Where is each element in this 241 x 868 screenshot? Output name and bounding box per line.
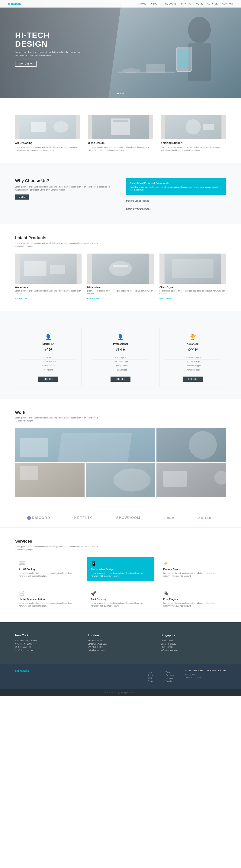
footer-col-title: Subscribe To Our Newsletter bbox=[185, 670, 226, 672]
product-img bbox=[159, 253, 226, 284]
footer-link[interactable]: Privacy Policy bbox=[185, 674, 226, 676]
footer: allonepage HomeAboutWorkContact TwitterF… bbox=[0, 664, 241, 689]
feature-img-art-of-coding bbox=[15, 115, 80, 139]
product-read-more[interactable]: READ MORE → bbox=[87, 298, 102, 300]
contact-city-name: New York bbox=[15, 634, 80, 637]
work-item-2[interactable] bbox=[15, 463, 84, 497]
why-left: Why Choose Us? Lorem ipsum dolor sit ame… bbox=[15, 178, 115, 213]
footer-col-0: HomeAboutWorkContact bbox=[148, 670, 154, 683]
feature-card-art-of-coding: Art Of CodingLorem ipsum dolor sit amet … bbox=[15, 115, 80, 152]
footer-link[interactable]: Work bbox=[148, 677, 154, 679]
hero-section: HI-TECH DESIGN Lorem ipsum dolor amet co… bbox=[0, 0, 241, 98]
work-item-4[interactable] bbox=[157, 463, 226, 497]
pricing-features: 5 Projects10 GB StorageBasic SupportNo A… bbox=[20, 355, 77, 372]
service-desc: Lorem ipsum dolor sit amet consectetur a… bbox=[163, 572, 222, 578]
footer-link[interactable]: Instagram bbox=[165, 677, 174, 679]
service-card-2[interactable]: ⚡ Feature Reach Lorem ipsum dolor sit am… bbox=[159, 557, 226, 581]
footer-cols: HomeAboutWorkContact TwitterFacebookInst… bbox=[148, 670, 226, 683]
contact-city-2: Singapore 1 Raffles PlaceSingapore 04861… bbox=[161, 634, 226, 652]
logo-discord: DISCORD bbox=[27, 516, 50, 520]
pricing-choose-button[interactable]: CHOOSE bbox=[183, 376, 203, 382]
hero-dot-3[interactable] bbox=[123, 93, 124, 94]
pricing-choose-button[interactable]: CHOOSE bbox=[38, 376, 58, 382]
contact-city-name: Singapore bbox=[161, 634, 226, 637]
service-card-3[interactable]: 📄 Useful Documentation Lorem ipsum dolor… bbox=[15, 587, 82, 611]
footer-bottom: © 2024 allonepage. All rights reserved. bbox=[0, 689, 241, 696]
pricing-price: $149 bbox=[92, 346, 149, 352]
service-icon: 🔌 bbox=[163, 591, 222, 596]
logo-netflix: NETFLIX bbox=[74, 516, 92, 520]
footer-link[interactable]: Terms & Conditions bbox=[185, 677, 226, 679]
product-card-1: Minimalism Lorem ipsum dolor sit amet co… bbox=[87, 253, 154, 300]
work-item-0[interactable] bbox=[15, 428, 155, 462]
logos-row: DISCORDNETFLIXSHOWROOMhoop⌂airbnb bbox=[15, 516, 226, 520]
hero-cta-button[interactable]: MORE INFO bbox=[15, 61, 36, 67]
service-name: Feature Reach bbox=[163, 568, 222, 571]
products-header: Latest Products Lorem ipsum dolor sit am… bbox=[15, 236, 226, 248]
hero-dots bbox=[117, 93, 124, 94]
svg-rect-24 bbox=[172, 259, 213, 278]
pricing-feature: 50 GB Storage bbox=[92, 360, 149, 364]
service-card-5[interactable]: 🔌 Free Plugins Lorem ipsum dolor sit ame… bbox=[159, 587, 226, 611]
hero-image bbox=[108, 0, 241, 98]
svg-point-6 bbox=[122, 68, 141, 73]
features-section: Art Of CodingLorem ipsum dolor sit amet … bbox=[0, 98, 241, 163]
service-icon: 📱 bbox=[91, 561, 150, 566]
nav-link-products[interactable]: Products bbox=[164, 3, 177, 5]
nav-link-about[interactable]: About bbox=[151, 3, 159, 5]
contact-item: uk@allonepage.com bbox=[88, 649, 153, 651]
svg-rect-16 bbox=[203, 124, 214, 130]
pricing-price: $249 bbox=[164, 346, 221, 352]
hero-dot-1[interactable] bbox=[117, 93, 118, 94]
nav-link-home[interactable]: Home bbox=[139, 3, 146, 5]
pricing-feature: 200 GB Storage bbox=[164, 360, 221, 364]
service-desc: Lorem ipsum dolor sit amet consectetur a… bbox=[91, 572, 150, 578]
pricing-feature: Advanced Tools bbox=[164, 368, 221, 372]
svg-rect-31 bbox=[20, 466, 38, 480]
nav-link-contact[interactable]: Contact bbox=[222, 3, 234, 5]
work-item-3[interactable] bbox=[86, 463, 155, 497]
pricing-card-0: 👤 Starter Kit $49 5 Projects10 GB Storag… bbox=[15, 328, 82, 388]
footer-link[interactable]: Contact bbox=[148, 680, 154, 682]
product-card-2: Client Style Lorem ipsum dolor sit amet … bbox=[159, 253, 226, 300]
hero-content: HI-TECH DESIGN Lorem ipsum dolor amet co… bbox=[0, 31, 98, 67]
contact-item: London, UK W1D 2DZ bbox=[88, 643, 153, 645]
pricing-feature: Unlimited Projects bbox=[164, 355, 221, 360]
why-grid: Why Choose Us? Lorem ipsum dolor sit ame… bbox=[15, 178, 226, 213]
footer-link[interactable]: Youtube bbox=[165, 680, 174, 682]
svg-point-29 bbox=[189, 431, 217, 459]
nav-link-pricing[interactable]: Pricing bbox=[181, 3, 191, 5]
hero-dot-2[interactable] bbox=[120, 93, 121, 94]
feature-card-amazing-support: Amazing SupportLorem ipsum dolor sit ame… bbox=[161, 115, 226, 152]
logo-showroom: SHOWROOM bbox=[116, 516, 140, 520]
nav-link-work[interactable]: Work bbox=[196, 3, 203, 5]
work-item-1[interactable] bbox=[157, 428, 226, 462]
nav-link-service[interactable]: Service bbox=[208, 3, 218, 5]
nav-logo[interactable]: allonepage bbox=[7, 2, 21, 5]
services-desc: Lorem ipsum dolor sit amet consectetur a… bbox=[15, 545, 102, 551]
footer-inner: allonepage HomeAboutWorkContact TwitterF… bbox=[15, 670, 226, 683]
why-more-button[interactable]: MORE bbox=[15, 194, 29, 199]
service-desc: Lorem ipsum dolor sit amet consectetur a… bbox=[163, 602, 222, 607]
feature-desc: Lorem ipsum dolor sit amet consectetur a… bbox=[161, 146, 226, 152]
product-read-more[interactable]: READ MORE → bbox=[15, 298, 30, 300]
service-card-1[interactable]: 📱 Responsive Design Lorem ipsum dolor si… bbox=[87, 557, 154, 581]
pricing-choose-button[interactable]: CHOOSE bbox=[110, 376, 130, 382]
footer-link[interactable]: Home bbox=[148, 671, 154, 673]
svg-rect-22 bbox=[113, 265, 128, 267]
service-card-0[interactable]: ⌨ Art Of Coding Lorem ipsum dolor sit am… bbox=[15, 557, 82, 581]
svg-rect-19 bbox=[50, 265, 65, 274]
footer-link[interactable]: About bbox=[148, 674, 154, 676]
products-desc: Lorem ipsum dolor sit amet consectetur a… bbox=[15, 242, 102, 248]
footer-col-1: TwitterFacebookInstagramYoutube bbox=[165, 670, 174, 683]
service-name: Art Of Coding bbox=[19, 568, 78, 571]
discord-icon bbox=[27, 516, 31, 520]
services-grid: ⌨ Art Of Coding Lorem ipsum dolor sit am… bbox=[15, 557, 226, 611]
footer-link[interactable]: Twitter bbox=[165, 671, 174, 673]
footer-link[interactable]: Facebook bbox=[165, 674, 174, 676]
service-card-4[interactable]: 🚀 Fast Delivery Lorem ipsum dolor sit am… bbox=[87, 587, 154, 611]
contact-item: +44 20 7946 0100 bbox=[88, 646, 153, 648]
product-read-more[interactable]: READ MORE → bbox=[159, 298, 175, 300]
services-title: Services bbox=[15, 539, 226, 544]
services-section: Services Lorem ipsum dolor sit amet cons… bbox=[0, 528, 241, 622]
